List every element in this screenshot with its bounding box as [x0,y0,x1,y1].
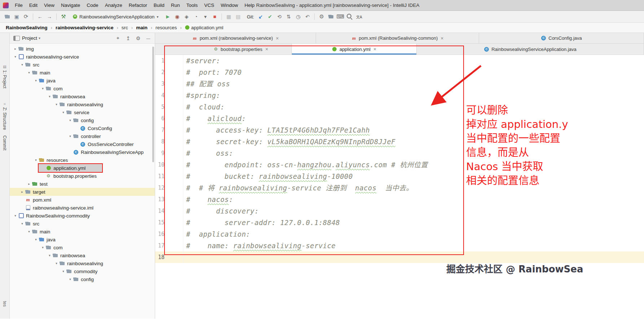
tab-bootstrap-properties[interactable]: bootstrap.properties× [190,44,292,55]
menu-help[interactable]: Help [241,1,258,9]
git-commit-icon[interactable] [266,12,274,21]
translate-icon[interactable] [355,12,363,21]
tab-pom-xml-rainbowsealiving-common[interactable]: pom.xml (RainbowSealiving-common)× [316,33,479,43]
tab-pom-xml-raibnowsealiving-service[interactable]: pom.xml (raibnowsealiving-service)× [155,33,316,43]
tree-expand-icon[interactable]: ▾ [33,238,39,241]
breadcrumb-application-yml[interactable]: application.yml [184,24,224,31]
stripe-partial-label[interactable]: tes [0,301,9,307]
menu-view[interactable]: View [41,1,58,9]
tree-expand-icon[interactable]: ▾ [61,111,66,114]
hide-panel-icon[interactable] [144,34,153,42]
tree-expand-icon[interactable]: ▾ [19,63,25,66]
code-line-17[interactable]: 17# name: rainbowsealiving-service [155,240,644,251]
tree-expand-icon[interactable]: ▾ [61,270,66,273]
code-line-2[interactable]: 2# port: 7070 [155,66,644,78]
menu-window[interactable]: Window [218,1,241,9]
save-all-icon[interactable] [12,12,21,21]
tree-expand-icon[interactable]: ▾ [40,87,45,90]
breadcrumb-src[interactable]: src [121,24,129,31]
project-panel-title[interactable]: Project [22,35,37,41]
tree-expand-icon[interactable]: ▾ [13,214,18,217]
menu-edit[interactable]: Edit [26,1,41,9]
tree-expand-icon[interactable]: ▾ [26,71,32,74]
run-config-select[interactable]: RainbowsealivingServiceApplication▾ [70,12,161,21]
tree-item-test[interactable]: ▸test [10,180,155,188]
settings-wrench-icon[interactable] [317,12,326,21]
git-history-icon[interactable] [294,12,302,21]
undo-icon[interactable] [303,12,312,21]
stripe-1-project[interactable]: ▤1: Project [0,65,9,89]
tree-expand-icon[interactable]: ▾ [26,230,32,233]
collapse-all-icon[interactable] [124,34,132,42]
sync-icon[interactable] [22,12,30,21]
tree-item-resources[interactable]: ▾resources [10,156,155,164]
chevron-down-icon[interactable]: ▾ [39,36,40,40]
stripe-z-structure[interactable]: ⌗Z: Structure [0,102,9,130]
tree-expand-icon[interactable]: ▾ [13,55,18,59]
menu-refactor[interactable]: Refactor [126,1,150,9]
project-structure-icon[interactable] [327,12,335,21]
tree-expand-icon[interactable]: ▾ [33,158,39,162]
code-line-4[interactable]: 4#spring: [155,90,644,101]
coverage-icon[interactable] [182,12,191,21]
tree-item-rainbowsealiving[interactable]: ▾rainbowsealiving [10,259,155,267]
close-tab-icon[interactable]: × [265,46,268,52]
tree-item-rainbowsealiving-service[interactable]: ▾rainbowsealiving-service [10,53,155,61]
tree-item-java[interactable]: ▾java [10,77,155,85]
code-line-3[interactable]: 3## 配置 oss [155,78,644,90]
breadcrumb-rainbowsealiving-service[interactable]: rainbowsealiving-service [55,24,114,31]
tree-expand-icon[interactable]: ▾ [67,118,73,122]
forward-icon[interactable] [45,12,54,21]
tree-item-src[interactable]: ▾src [10,61,155,69]
tree-item-commodity[interactable]: ▾commodity [10,267,155,275]
git-update-icon[interactable] [256,12,265,21]
tree-item-bootstrap-properties[interactable]: bootstrap.properties [10,172,155,180]
settings-gear-icon[interactable] [134,34,143,42]
tree-expand-icon[interactable]: ▸ [26,182,32,186]
tree-item-pom-xml[interactable]: pom.xml [10,196,155,204]
tree-item-src[interactable]: ▾src [10,220,155,228]
code-line-13[interactable]: 13# nacos: [155,194,644,205]
stop-icon[interactable] [210,12,219,21]
tree-expand-icon[interactable]: ▸ [13,47,18,51]
code-line-14[interactable]: 14# discovery: [155,205,644,217]
tree-item-main[interactable]: ▾main [10,228,155,236]
git-rollback-icon[interactable] [275,12,284,21]
tree-item-target[interactable]: ▸target [10,188,155,196]
locate-icon[interactable] [114,34,122,42]
tree-expand-icon[interactable]: ▾ [47,95,52,98]
tree-item-rainbowsealiving-commodity[interactable]: ▾RainbowSealiving-commodity [10,212,155,220]
tree-expand-icon[interactable]: ▸ [19,190,25,194]
run-targets-icon[interactable] [201,12,210,21]
breadcrumb-resources[interactable]: resources [155,24,178,31]
tree-item-rainbowsea[interactable]: ▾rainbowsea [10,251,155,259]
menu-navigate[interactable]: Navigate [58,1,83,9]
run-icon[interactable] [163,12,172,21]
tree-item-java[interactable]: ▾java [10,236,155,243]
profiler-icon[interactable] [192,12,200,21]
menu-build[interactable]: Build [150,1,168,9]
close-tab-icon[interactable]: × [276,35,279,41]
menu-tools[interactable]: Tools [183,1,201,9]
tree-item-application-yml[interactable]: application.yml [10,164,155,172]
terminal-icon[interactable] [336,12,345,21]
tree-scrollbar[interactable] [152,47,154,162]
tree-expand-icon[interactable]: ▾ [19,222,25,225]
tree-item-com[interactable]: ▾com [10,243,155,251]
tree-item-img[interactable]: ▸img [10,45,155,53]
menu-code[interactable]: Code [83,1,101,9]
debug-icon[interactable] [173,12,181,21]
search-everywhere-icon[interactable] [345,12,354,21]
tree-item-raibnowsealiving-service-iml[interactable]: raibnowsealiving-service.iml [10,204,155,212]
tree-item-ossservicecontroller[interactable]: OssServiceController [10,140,155,148]
diff-icon[interactable] [224,12,233,21]
tree-expand-icon[interactable]: ▾ [47,254,52,257]
tree-item-config[interactable]: ▾config [10,275,155,283]
tree-item-rainbowsealivingserviceapp[interactable]: RainbowsealivingServiceApp [10,148,155,156]
build-hammer-icon[interactable] [59,12,68,21]
tree-expand-icon[interactable]: ▾ [54,103,59,106]
tree-expand-icon[interactable]: ▾ [40,246,45,249]
tree-expand-icon[interactable]: ▾ [33,79,39,82]
tree-item-com[interactable]: ▾com [10,85,155,92]
code-line-1[interactable]: 1#server: [155,55,644,66]
